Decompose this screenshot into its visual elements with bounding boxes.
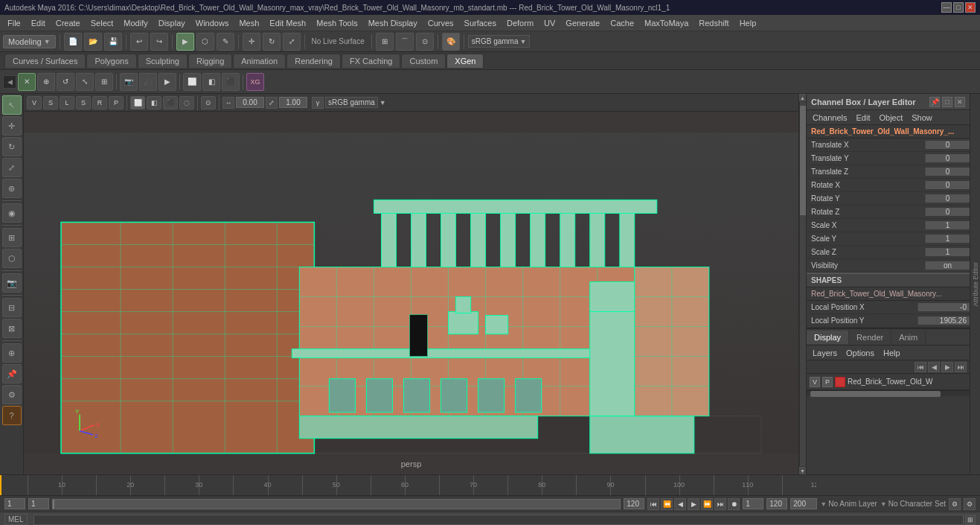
vp-shade-btn[interactable]: ◧ (147, 96, 161, 109)
channel-value-2[interactable]: 0 (925, 168, 970, 176)
channel-value-5[interactable]: 0 (925, 208, 970, 216)
menu-item-windows[interactable]: Windows (191, 17, 234, 29)
undo-icon[interactable]: ↩ (130, 33, 148, 51)
vp-wireframe-btn[interactable]: ⬜ (130, 96, 145, 109)
channel-value-9[interactable]: on (925, 261, 970, 270)
channel-value-6[interactable]: 1 (925, 221, 970, 229)
menu-item-file[interactable]: File (3, 17, 25, 29)
wireframe-icon[interactable]: ⬜ (183, 73, 201, 91)
display-color-icon[interactable]: 🎨 (442, 33, 460, 51)
paint-select-icon[interactable]: ✎ (217, 33, 234, 51)
layer-arrow-prev[interactable]: ◀ (928, 362, 940, 372)
rp-tab-render[interactable]: Render (849, 331, 891, 344)
vp-gamma-dropdown[interactable]: ▼ (379, 99, 386, 106)
vp-xray-btn[interactable]: ◌ (179, 96, 194, 109)
layout-sidebar-icon[interactable]: ⊟ (2, 298, 22, 317)
range-end-input[interactable] (766, 498, 787, 509)
menu-item-display[interactable]: Display (154, 17, 190, 29)
layer-arrow-next[interactable]: ▶ (941, 362, 953, 372)
menu-item-maxtomaya[interactable]: MaxToMaya (640, 17, 693, 29)
camera-view-icon[interactable]: 📷 (120, 73, 138, 91)
scroll-thumb[interactable] (800, 106, 806, 215)
snap-grid-icon[interactable]: ⊞ (376, 33, 394, 51)
vp-move-icon[interactable]: ↔ (222, 97, 234, 109)
open-file-icon[interactable]: 📂 (84, 33, 102, 51)
scale-tool-icon[interactable]: ⤡ (76, 73, 94, 91)
menu-item-edit-mesh[interactable]: Edit Mesh (265, 17, 310, 29)
viewport[interactable]: V S L S R P ⬜ ◧ ⬛ ◌ ⊙ ↔ 0.00 ⤢ 1.00 γ (24, 94, 798, 474)
range-start-input[interactable] (743, 498, 763, 509)
local-value-0[interactable]: -0 (917, 303, 970, 311)
selection-tool-sidebar-icon[interactable]: ↖ (2, 95, 22, 115)
menu-item-edit[interactable]: Edit (27, 17, 50, 29)
playback-next-btn[interactable]: ⏩ (701, 498, 713, 510)
camera-tools-sidebar-icon[interactable]: 📷 (2, 273, 22, 293)
rotate-tool-sidebar-icon[interactable]: ↻ (2, 137, 22, 156)
scroll-up-arrow[interactable]: ▲ (799, 94, 807, 101)
layer-arrow-first[interactable]: ⏮ (915, 362, 926, 372)
menu-item-modify[interactable]: Modify (119, 17, 152, 29)
frame-start-input[interactable] (4, 498, 25, 509)
channel-value-8[interactable]: 1 (925, 248, 970, 256)
channel-value-7[interactable]: 1 (925, 235, 970, 243)
playback-prev-btn[interactable]: ◀ (674, 498, 686, 510)
vp-scale-icon[interactable]: ⤢ (266, 97, 278, 109)
panel-close-icon[interactable]: ✕ (955, 97, 965, 107)
pin-sidebar-icon[interactable]: 📌 (2, 364, 22, 384)
new-file-icon[interactable]: 📄 (64, 33, 82, 51)
panels-sidebar-icon[interactable]: ⊠ (2, 319, 22, 338)
universal-manip-sidebar-icon[interactable]: ⊛ (2, 179, 22, 198)
tab-rigging[interactable]: Rigging (188, 54, 232, 68)
channel-value-1[interactable]: 0 (925, 154, 970, 162)
playblast-icon[interactable]: ▶ (158, 73, 176, 91)
rp-tab-display[interactable]: Display (807, 331, 849, 344)
help-sidebar-icon[interactable]: ? (2, 406, 22, 425)
local-value-1[interactable]: 1905.26 (917, 316, 970, 325)
vp-isolate-btn[interactable]: ⊙ (201, 96, 216, 109)
playback-first-btn[interactable]: ⏮ (647, 498, 659, 510)
menu-item-generate[interactable]: Generate (561, 17, 604, 29)
snap-point-icon[interactable]: ⊙ (416, 33, 434, 51)
select-mode-icon[interactable]: ▶ (176, 33, 194, 51)
show-manip-icon[interactable]: ⊞ (95, 73, 113, 91)
soft-select-sidebar-icon[interactable]: ◉ (2, 203, 22, 223)
right-scrollbar[interactable]: ▲ ▼ (798, 94, 806, 474)
playback-record-btn[interactable]: ⏺ (728, 498, 740, 510)
panel-pin-icon[interactable]: 📌 (929, 97, 940, 107)
save-file-icon[interactable]: 💾 (104, 33, 122, 51)
menu-item-deform[interactable]: Deform (502, 17, 538, 29)
menu-item-help[interactable]: Help (735, 17, 761, 29)
vp-gamma-icon[interactable]: γ (312, 97, 324, 109)
cb-menu-show[interactable]: Show (909, 112, 935, 123)
menu-item-mesh[interactable]: Mesh (234, 17, 263, 29)
playback-last-btn[interactable]: ⏭ (714, 498, 726, 510)
menu-item-mesh-display[interactable]: Mesh Display (364, 17, 422, 29)
brush-sidebar-icon[interactable]: ⬡ (2, 249, 22, 268)
layer-color-swatch[interactable] (835, 377, 845, 387)
timeline-playhead[interactable] (0, 475, 1, 495)
anim-max-input[interactable] (790, 498, 817, 509)
timeline-slider[interactable] (52, 499, 621, 509)
menu-item-curves[interactable]: Curves (423, 17, 458, 29)
shading-icon[interactable]: ◧ (202, 73, 220, 91)
menu-item-redshift[interactable]: Redshift (694, 17, 733, 29)
settings-sidebar-icon[interactable]: ⚙ (2, 385, 22, 404)
right-panel-scroll-thumb[interactable] (810, 391, 941, 397)
redo-icon[interactable]: ↪ (150, 33, 168, 51)
vp-cam-button[interactable]: V (27, 96, 42, 109)
vp-panels-button[interactable]: P (109, 96, 124, 109)
minimize-button[interactable]: — (941, 2, 952, 13)
scale-tool-sidebar-icon[interactable]: ⤢ (2, 158, 22, 177)
frame-end-display-input[interactable] (624, 498, 644, 509)
texture-icon[interactable]: ⬛ (222, 73, 240, 91)
script-input[interactable] (33, 515, 964, 525)
scale-icon[interactable]: ⤢ (283, 33, 301, 51)
tab-xgen[interactable]: XGen (446, 54, 484, 68)
vp-gamma-label[interactable]: sRGB gamma (325, 97, 378, 108)
maximize-button[interactable]: □ (953, 2, 964, 13)
frame-current-input[interactable] (28, 498, 49, 509)
layer-visibility-btn[interactable]: V (810, 377, 820, 387)
workspace-selector[interactable]: Modeling ▼ (3, 35, 56, 48)
lasso-select-icon[interactable]: ⬡ (196, 33, 214, 51)
tab-sculpting[interactable]: Sculpting (138, 54, 188, 68)
